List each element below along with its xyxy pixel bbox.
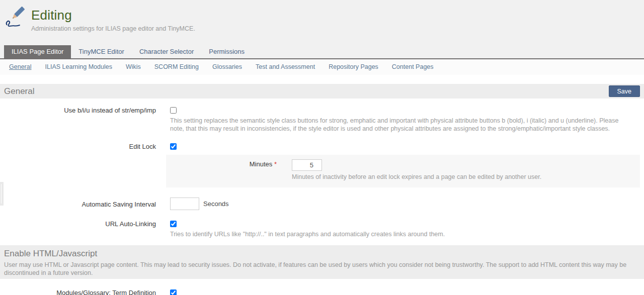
- general-section-header: General Save: [0, 84, 644, 99]
- row-biu: Use b/i/u instead of str/emp/imp This se…: [0, 106, 644, 133]
- tab-permissions[interactable]: Permissions: [201, 45, 252, 58]
- row-url-autolink: URL Auto-Linking Tries to identify URLs …: [0, 219, 644, 238]
- general-section-title: General: [4, 86, 34, 96]
- subtab-glossaries[interactable]: Glossaries: [212, 63, 242, 70]
- subtab-test-and-assessment[interactable]: Test and Assessment: [256, 63, 315, 70]
- minutes-input[interactable]: [292, 159, 322, 171]
- minutes-label: Minutes *: [166, 159, 277, 181]
- url-autolink-label: URL Auto-Linking: [0, 219, 156, 238]
- autosave-suffix: Seconds: [203, 200, 229, 208]
- main-tabbar: ILIAS Page Editor TinyMCE Editor Charact…: [0, 45, 644, 59]
- subtab-ilias-learning-modules[interactable]: ILIAS Learning Modules: [45, 63, 112, 70]
- edit-lock-subpanel: Minutes * Minutes of inactivity before a…: [166, 155, 640, 187]
- autosave-label: Automatic Saving Interval: [0, 198, 156, 210]
- subtab-general[interactable]: General: [9, 63, 31, 70]
- subtab-wikis[interactable]: Wikis: [126, 63, 141, 70]
- html-js-section-description: User may use HTML or Javascript page con…: [4, 261, 637, 277]
- required-asterisk: *: [274, 160, 277, 168]
- subtabbar: General ILIAS Learning Modules Wikis SCO…: [0, 59, 644, 75]
- pencil-edit-icon: [5, 6, 26, 30]
- page-header: Editing Administration settings for ILIA…: [0, 0, 644, 45]
- biu-label: Use b/i/u instead of str/emp/imp: [0, 106, 156, 133]
- autosave-input[interactable]: [170, 198, 199, 210]
- glossary-term-definition-checkbox[interactable]: [170, 289, 177, 295]
- row-edit-lock: Edit Lock: [0, 142, 644, 151]
- url-autolink-checkbox[interactable]: [170, 221, 177, 227]
- biu-checkbox[interactable]: [170, 107, 177, 114]
- glossary-term-definition-label: Modules/Glossary: Term Definition: [0, 288, 156, 295]
- tab-tinymce-editor[interactable]: TinyMCE Editor: [71, 45, 132, 58]
- subtab-content-pages[interactable]: Content Pages: [392, 63, 434, 70]
- page-title: Editing: [31, 8, 195, 23]
- edit-lock-checkbox[interactable]: [170, 143, 177, 150]
- biu-description: This setting replaces the semantic style…: [170, 117, 632, 133]
- subtab-repository-pages[interactable]: Repository Pages: [329, 63, 378, 70]
- html-js-form: Modules/Glossary: Term Definition: [0, 279, 644, 295]
- edit-lock-label: Edit Lock: [0, 142, 156, 151]
- row-autosave: Automatic Saving Interval Seconds: [0, 198, 644, 210]
- left-drawer-handle[interactable]: [0, 182, 4, 206]
- tab-character-selector[interactable]: Character Selector: [132, 45, 201, 58]
- url-autolink-description: Tries to identify URLs like "http://.." …: [170, 230, 632, 238]
- html-js-section-title: Enable HTML/Javascript: [4, 249, 639, 259]
- row-glossary-term-definition: Modules/Glossary: Term Definition: [0, 288, 644, 295]
- minutes-description: Minutes of inactivity before an edit loc…: [292, 173, 541, 181]
- subtab-scorm-editing[interactable]: SCORM Editing: [154, 63, 199, 70]
- general-form: Use b/i/u instead of str/emp/imp This se…: [0, 99, 644, 245]
- page-subtitle: Administration settings for ILIAS page e…: [31, 25, 195, 32]
- tab-ilias-page-editor[interactable]: ILIAS Page Editor: [4, 45, 71, 58]
- drawer-handle-line: [1, 184, 2, 204]
- html-js-section-header: Enable HTML/Javascript User may use HTML…: [0, 245, 644, 279]
- save-button[interactable]: Save: [609, 85, 640, 97]
